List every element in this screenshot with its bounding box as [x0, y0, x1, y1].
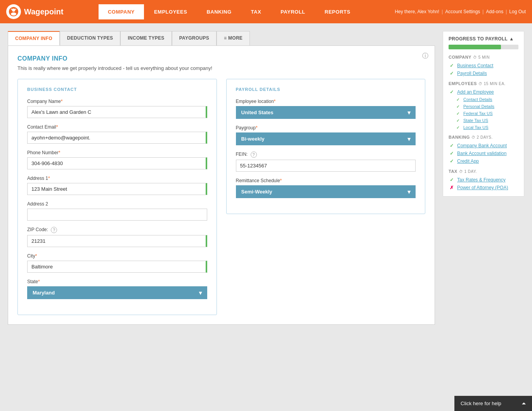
sidebar-state-tax[interactable]: ✓ State Tax US [455, 117, 518, 124]
cross-icon: ✗ [449, 185, 455, 190]
account-settings-link[interactable]: Account Settings [445, 9, 480, 14]
sidebar-contact-details[interactable]: ✓ Contact Details [455, 96, 518, 103]
form-card: ⓘ COMPANY INFO This is really where we g… [8, 45, 435, 325]
sidebar-tax-section: TAX ⏱ 1 DAY. [449, 169, 518, 174]
sidebar-business-contact[interactable]: ✓ Business Contact [449, 62, 518, 70]
sidebar-local-tax[interactable]: ✓ Local Tax US [455, 124, 518, 131]
svg-point-3 [11, 9, 12, 10]
check-icon: ✓ [455, 98, 461, 102]
sidebar-company-section: COMPANY ⏱ 5 MIN [449, 55, 518, 59]
check-icon: ✓ [449, 143, 455, 148]
sidebar-banking-section: BANKING ⏱ 2 DAYS. [449, 135, 518, 139]
payroll-details-box: PAYROLL DETAILS Employee location* Unite… [226, 79, 426, 214]
nav-reports[interactable]: REPORTS [315, 4, 360, 19]
check-icon: ✓ [449, 177, 455, 183]
progress-title: PROGRESS TO PAYROLL ▲ [449, 36, 518, 42]
sidebar-state-tax-label: State Tax US [463, 118, 488, 123]
tab-more[interactable]: ≡ MORE [217, 31, 250, 45]
sidebar-payroll-details[interactable]: ✓ Payroll Details [449, 70, 518, 77]
tab-deduction-types[interactable]: DEDUCTION TYPES [60, 31, 121, 45]
fein-input[interactable] [236, 160, 416, 172]
business-contact-title: BUSINESS CONTACT [27, 87, 207, 92]
zip-help-icon[interactable]: ? [51, 227, 57, 233]
employee-location-field: Employee location* United StatesCanada ▼ [236, 99, 416, 119]
progress-chevron: ▲ [509, 36, 514, 42]
help-bar-chevron [522, 402, 526, 404]
check-icon: ✓ [455, 118, 461, 123]
paygroup-wrap: WeeklyBi-weeklySemi-MonthlyMonthly ▼ [236, 132, 416, 145]
sidebar-tax-rates[interactable]: ✓ Tax Rates & Frequency [449, 176, 518, 184]
sidebar-poa[interactable]: ✗ Power of Attorney (POA) [449, 184, 518, 192]
logo-icon [6, 4, 21, 19]
main-content: COMPANY INFO DEDUCTION TYPES INCOME TYPE… [8, 31, 435, 325]
payroll-details-title: PAYROLL DETAILS [236, 87, 416, 92]
zip-label: ZIP Code: ? [27, 227, 207, 233]
fein-field: FEIN: ? [236, 152, 416, 172]
fein-help-icon[interactable]: ? [251, 152, 257, 158]
addons-link[interactable]: Add-ons [486, 9, 503, 14]
employee-location-label: Employee location* [236, 99, 416, 104]
sidebar-local-tax-label: Local Tax US [463, 125, 489, 130]
city-input[interactable] [27, 261, 207, 273]
section-desc: This is really where we get properly int… [17, 65, 425, 71]
check-icon: ✓ [449, 89, 455, 95]
zip-input[interactable] [27, 235, 207, 247]
paygroup-label: Paygroup* [236, 125, 416, 131]
sidebar-credit-app[interactable]: ✓ Credit App [449, 157, 518, 165]
remittance-wrap: WeeklySemi-WeeklyMonthlyQuarterly ▼ [236, 185, 416, 198]
nav-banking[interactable]: BANKING [197, 4, 241, 19]
paygroup-select[interactable]: WeeklyBi-weeklySemi-MonthlyMonthly [236, 132, 416, 145]
company-name-field: Company Name* [27, 99, 207, 118]
sidebar: PROGRESS TO PAYROLL ▲ COMPANY ⏱ 5 MIN ✓ … [443, 31, 524, 325]
logout-link[interactable]: Log Out [509, 9, 526, 14]
payroll-details-col: PAYROLL DETAILS Employee location* Unite… [226, 79, 426, 315]
contact-email-input[interactable] [27, 132, 207, 144]
check-icon: ✓ [449, 158, 455, 164]
nav-company[interactable]: COMPANY [99, 4, 144, 19]
svg-point-1 [12, 9, 15, 12]
sidebar-federal-tax[interactable]: ✓ Federal Tax US [455, 110, 518, 117]
sidebar-tax-rates-label: Tax Rates & Frequency [457, 177, 506, 183]
sidebar-add-employee-label: Add an Employee [457, 89, 494, 95]
help-bar[interactable]: Click here for help [454, 396, 532, 411]
tab-paygroups[interactable]: PAYGROUPS [172, 31, 217, 45]
address2-label: Address 2 [27, 201, 207, 207]
section-title: COMPANY INFO [17, 55, 425, 62]
progress-bar-fill [449, 45, 501, 49]
nav-employees[interactable]: EMPLOYEES [145, 4, 196, 19]
company-name-input[interactable] [27, 106, 207, 118]
sidebar-federal-tax-label: Federal Tax US [463, 111, 493, 116]
topbar: Wagepoint COMPANY EMPLOYEES BANKING TAX … [0, 0, 532, 23]
sidebar-personal-details[interactable]: ✓ Personal Details [455, 103, 518, 110]
nav-tax[interactable]: TAX [242, 4, 271, 19]
info-icon[interactable]: ⓘ [422, 52, 428, 60]
sidebar-payroll-details-label: Payroll Details [457, 71, 487, 76]
sidebar-bank-validation[interactable]: ✓ Bank Account validation [449, 150, 518, 157]
tab-bar: COMPANY INFO DEDUCTION TYPES INCOME TYPE… [8, 31, 435, 45]
employee-location-select[interactable]: United StatesCanada [236, 106, 416, 119]
check-icon: ✓ [449, 63, 455, 68]
sidebar-company-bank[interactable]: ✓ Company Bank Account [449, 142, 518, 150]
address2-input[interactable] [27, 209, 207, 221]
phone-input[interactable] [27, 157, 207, 169]
sidebar-employees-section: EMPLOYEES ⏱ 15 MIN EA. [449, 81, 518, 86]
remittance-select[interactable]: WeeklySemi-WeeklyMonthlyQuarterly [236, 185, 416, 198]
two-col-layout: BUSINESS CONTACT Company Name* Contact E… [17, 79, 425, 315]
remittance-field: Remittance Schedule* WeeklySemi-WeeklyMo… [236, 178, 416, 198]
sidebar-poa-label: Power of Attorney (POA) [457, 185, 508, 190]
paygroup-field: Paygroup* WeeklyBi-weeklySemi-MonthlyMon… [236, 125, 416, 145]
nav-payroll[interactable]: PAYROLL [271, 4, 314, 19]
city-field: City* [27, 253, 207, 273]
sidebar-add-employee[interactable]: ✓ Add an Employee [449, 88, 518, 96]
remittance-label: Remittance Schedule* [236, 178, 416, 183]
check-icon: ✓ [455, 125, 461, 130]
progress-bar [449, 45, 518, 49]
zip-field: ZIP Code: ? [27, 227, 207, 247]
address1-field: Address 1* [27, 176, 207, 195]
address1-input[interactable] [27, 183, 207, 195]
tab-company-info[interactable]: COMPANY INFO [8, 31, 60, 45]
state-select[interactable]: AlabamaAlaskaArizonaArkansasCaliforniaCo… [27, 286, 207, 299]
tab-income-types[interactable]: INCOME TYPES [120, 31, 172, 45]
fein-label: FEIN: ? [236, 152, 416, 158]
check-icon: ✓ [449, 151, 455, 156]
